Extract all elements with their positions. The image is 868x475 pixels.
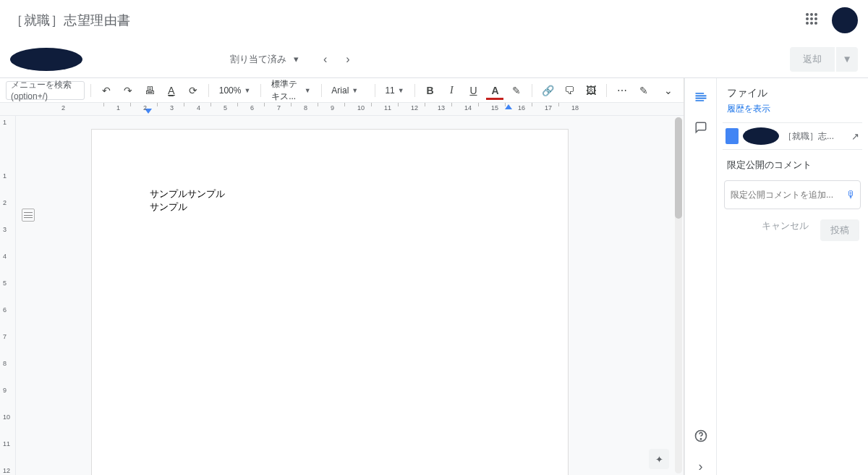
header-row-1: ［就職］志望理由書 <box>0 0 868 41</box>
separator <box>321 84 322 97</box>
student-avatar <box>10 48 82 71</box>
separator <box>375 84 375 97</box>
attached-file-row[interactable]: ［就職］志... ↗ <box>723 122 862 150</box>
file-name: ［就職］志... <box>783 130 847 143</box>
fontsize-value: 11 <box>385 85 394 96</box>
open-in-new-icon[interactable]: ↗ <box>851 131 859 142</box>
private-comment-input[interactable] <box>724 180 861 209</box>
paragraph-style-dropdown[interactable]: 標準テキス...▼ <box>267 81 315 100</box>
italic-button[interactable]: I <box>442 81 461 100</box>
separator <box>208 84 209 97</box>
files-rail-icon[interactable] <box>692 88 710 106</box>
doc-line-1: サンプルサンプル <box>150 188 510 201</box>
toolbar-right: ✎ ⌄ <box>634 81 678 100</box>
bold-button[interactable]: B <box>420 81 439 100</box>
next-student-button[interactable]: › <box>346 53 349 66</box>
panel-title: ファイル <box>723 87 862 100</box>
grading-panel: ファイル 履歴を表示 ［就職］志... ↗ 限定公開のコメント 🎙 キャンセル … <box>716 78 868 475</box>
comments-rail-icon[interactable] <box>692 119 710 136</box>
history-link[interactable]: 履歴を表示 <box>723 100 862 122</box>
editor-area: メニューを検索 (option+/) ↶ ↷ 🖶 A̲ ⟳ 100%▼ 標準テキ… <box>0 78 684 475</box>
separator <box>606 84 607 97</box>
docs-file-icon <box>726 128 739 144</box>
doc-line-2: サンプル <box>150 201 510 214</box>
paint-format-button[interactable]: ⟳ <box>184 81 203 100</box>
svg-point-1 <box>700 439 701 440</box>
file-owner-avatar <box>743 127 779 145</box>
text-color-button[interactable]: A <box>485 81 504 100</box>
document-scroll[interactable]: サンプルサンプル サンプル ✦ <box>16 116 684 475</box>
assignment-title: ［就職］志望理由書 <box>10 12 131 29</box>
scrollbar-thumb[interactable] <box>675 117 682 219</box>
font-value: Arial <box>331 85 349 96</box>
insert-image-button[interactable]: 🖼 <box>582 81 600 100</box>
separator <box>90 84 91 97</box>
right-rail: › <box>684 78 716 475</box>
account-avatar[interactable] <box>832 7 858 33</box>
insert-link-button[interactable]: 🔗 <box>538 81 557 100</box>
vertical-scrollbar[interactable] <box>675 117 682 474</box>
redo-button[interactable]: ↷ <box>119 81 137 100</box>
docs-toolbar: メニューを検索 (option+/) ↶ ↷ 🖶 A̲ ⟳ 100%▼ 標準テキ… <box>0 78 684 103</box>
more-toolbar-button[interactable]: ⋯ <box>613 81 631 100</box>
menu-search-input[interactable]: メニューを検索 (option+/) <box>6 81 85 100</box>
help-rail-icon[interactable] <box>692 427 710 445</box>
document-page[interactable]: サンプルサンプル サンプル <box>91 129 569 475</box>
header-row-2: 割り当て済み ▾ ‹ › 返却 ▼ <box>0 41 868 78</box>
prev-student-button[interactable]: ‹ <box>323 53 327 66</box>
student-nav: ‹ › <box>323 53 350 66</box>
fontsize-dropdown[interactable]: 11▼ <box>380 81 408 100</box>
spellcheck-button[interactable]: A̲ <box>162 81 181 100</box>
separator <box>260 84 261 97</box>
private-comment-heading: 限定公開のコメント <box>723 150 862 176</box>
highlight-button[interactable]: ✎ <box>507 81 526 100</box>
return-button[interactable]: 返却 <box>790 47 835 72</box>
underline-button[interactable]: U <box>464 81 482 100</box>
comment-actions: キャンセル 投稿 <box>723 214 862 247</box>
google-apps-icon[interactable] <box>806 13 820 28</box>
menu-search-placeholder: メニューを検索 (option+/) <box>11 79 80 101</box>
zoom-dropdown[interactable]: 100%▼ <box>215 81 255 100</box>
cancel-button[interactable]: キャンセル <box>762 219 809 241</box>
print-button[interactable]: 🖶 <box>140 81 159 100</box>
explore-button[interactable]: ✦ <box>649 449 669 469</box>
vertical-ruler[interactable]: 1123456789101112 <box>0 116 16 475</box>
font-dropdown[interactable]: Arial▼ <box>327 81 368 100</box>
collapse-toolbar-button[interactable]: ⌄ <box>659 81 678 100</box>
collapse-rail-icon[interactable]: › <box>692 458 710 475</box>
undo-button[interactable]: ↶ <box>97 81 116 100</box>
separator <box>532 84 532 97</box>
student-chip[interactable] <box>10 46 100 72</box>
chevron-down-icon: ▾ <box>294 54 299 64</box>
private-comment-input-wrap: 🎙 <box>724 180 861 209</box>
style-value: 標準テキス... <box>271 78 302 103</box>
add-comment-button[interactable]: 🗨 <box>560 81 579 100</box>
post-button[interactable]: 投稿 <box>820 219 859 241</box>
separator <box>414 84 415 97</box>
horizontal-ruler[interactable]: 2123456789101112131415161718 <box>0 103 684 116</box>
editing-mode-button[interactable]: ✎ <box>634 81 653 100</box>
right-indent-marker[interactable] <box>505 104 512 109</box>
status-dropdown[interactable]: 割り当て済み ▾ <box>223 46 306 72</box>
canvas-wrap: 1123456789101112 サンプルサンプル サンプル ✦ <box>0 116 684 475</box>
zoom-value: 100% <box>219 85 242 96</box>
mic-icon[interactable]: 🎙 <box>846 189 856 201</box>
status-label: 割り当て済み <box>230 53 286 66</box>
return-more-button[interactable]: ▼ <box>836 47 858 72</box>
body-wrap: メニューを検索 (option+/) ↶ ↷ 🖶 A̲ ⟳ 100%▼ 標準テキ… <box>0 78 868 475</box>
